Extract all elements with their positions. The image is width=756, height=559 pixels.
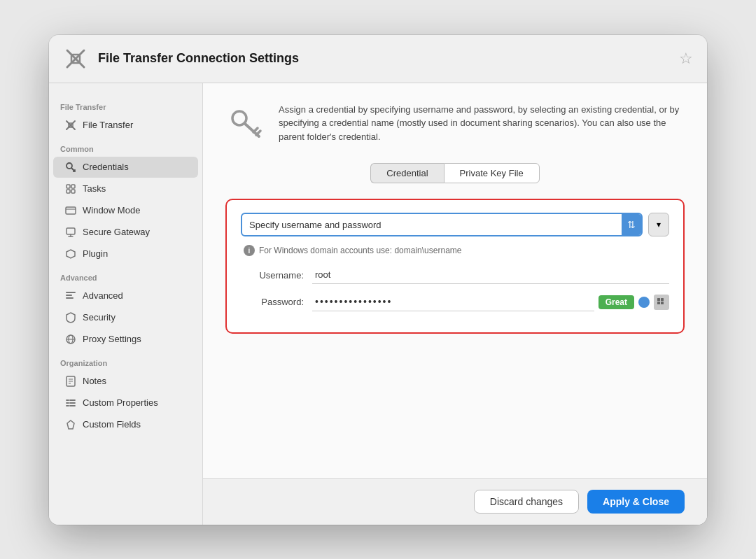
main-window: File Transfer Connection Settings ☆ File…: [49, 35, 707, 525]
security-icon: [64, 311, 77, 324]
custom-fields-icon: [64, 418, 77, 431]
svg-rect-13: [66, 207, 76, 214]
sidebar-item-credentials[interactable]: Credentials: [53, 157, 198, 178]
proxy-icon: [64, 333, 77, 346]
svg-rect-39: [661, 298, 664, 301]
description-text: Assign a credential by specifying userna…: [279, 103, 685, 144]
content-area: File Transfer File Transfer Common: [49, 83, 707, 525]
custom-properties-icon: [64, 397, 77, 409]
window-mode-label: Window Mode: [83, 205, 140, 215]
sidebar-section-common: Common: [49, 136, 202, 156]
sidebar-item-plugin[interactable]: Plugin: [53, 243, 198, 264]
sidebar-item-file-transfer[interactable]: File Transfer: [53, 115, 198, 136]
svg-rect-41: [661, 302, 664, 304]
svg-rect-15: [66, 228, 75, 234]
svg-rect-11: [66, 190, 70, 193]
select-row: Specify username and password ⇅ ▾: [241, 213, 669, 236]
password-dot-indicator: [638, 297, 650, 308]
credential-key-icon: [225, 103, 265, 142]
username-label: Username:: [241, 270, 304, 281]
notes-icon: [64, 375, 77, 388]
plugin-icon: [64, 248, 77, 260]
proxy-settings-label: Proxy Settings: [83, 334, 141, 344]
plugin-label: Plugin: [83, 248, 108, 259]
password-input-group: Great: [312, 292, 669, 311]
select-spinner-icon: ⇅: [622, 214, 641, 235]
credential-box: Specify username and password ⇅ ▾ i For …: [225, 199, 685, 334]
svg-rect-10: [71, 185, 75, 188]
sidebar-item-security[interactable]: Security: [53, 307, 198, 328]
sidebar-item-proxy-settings[interactable]: Proxy Settings: [53, 329, 198, 350]
sidebar-section-file-transfer: File Transfer: [49, 94, 202, 114]
advanced-label: Advanced: [83, 290, 123, 301]
window-title: File Transfer Connection Settings: [98, 51, 669, 66]
password-grid-icon[interactable]: [654, 295, 669, 310]
sidebar-item-notes[interactable]: Notes: [53, 371, 198, 392]
discard-changes-button[interactable]: Discard changes: [474, 490, 579, 514]
tab-private-key-file[interactable]: Private Key File: [444, 163, 540, 183]
sidebar-item-custom-fields[interactable]: Custom Fields: [53, 414, 198, 435]
svg-line-37: [256, 131, 260, 135]
password-label: Password:: [241, 297, 304, 307]
main-panel: Assign a credential by specifying userna…: [203, 83, 707, 525]
security-label: Security: [83, 312, 115, 323]
info-row: i For Windows domain accounts use: domai…: [241, 245, 669, 256]
file-transfer-icon: [64, 119, 77, 132]
notes-label: Notes: [83, 376, 106, 386]
svg-rect-9: [66, 185, 70, 188]
secure-gateway-label: Secure Gateway: [83, 227, 150, 237]
sidebar-item-custom-properties[interactable]: Custom Properties: [53, 392, 198, 413]
titlebar: File Transfer Connection Settings ☆: [49, 35, 707, 83]
info-text: For Windows domain accounts use: domain\…: [259, 246, 461, 255]
advanced-icon: [64, 290, 77, 302]
tasks-icon: [64, 183, 77, 195]
tab-credential[interactable]: Credential: [370, 163, 443, 183]
app-icon: [63, 46, 88, 71]
sidebar-item-advanced[interactable]: Advanced: [53, 285, 198, 306]
svg-rect-12: [71, 190, 75, 193]
credentials-icon: [64, 161, 77, 174]
favorite-star-icon[interactable]: ☆: [679, 50, 693, 68]
svg-line-8: [74, 170, 75, 171]
tabs-row: Credential Private Key File: [225, 163, 685, 183]
credentials-label: Credentials: [83, 162, 129, 172]
password-row: Password: Great: [241, 292, 669, 311]
footer: Discard changes Apply & Close: [203, 478, 707, 525]
custom-properties-label: Custom Properties: [83, 397, 158, 408]
svg-rect-38: [657, 298, 660, 301]
password-strength-badge: Great: [598, 295, 634, 309]
sidebar-item-window-mode[interactable]: Window Mode: [53, 200, 198, 221]
sidebar-section-organization: Organization: [49, 351, 202, 370]
sidebar: File Transfer File Transfer Common: [49, 83, 203, 525]
sidebar-section-advanced: Advanced: [49, 265, 202, 285]
window-mode-icon: [64, 204, 77, 217]
apply-close-button[interactable]: Apply & Close: [587, 490, 685, 514]
info-icon: i: [244, 245, 255, 256]
select-chevron-icon[interactable]: ▾: [648, 213, 669, 236]
username-input[interactable]: [312, 266, 669, 284]
svg-line-36: [253, 128, 258, 132]
username-row: Username:: [241, 266, 669, 284]
tasks-label: Tasks: [83, 183, 106, 194]
secure-gateway-icon: [64, 226, 77, 239]
panel-content: Assign a credential by specifying userna…: [203, 83, 707, 478]
credential-type-select-control[interactable]: Specify username and password ⇅: [241, 213, 643, 236]
description-area: Assign a credential by specifying userna…: [225, 103, 685, 144]
file-transfer-label: File Transfer: [83, 120, 133, 130]
sidebar-item-tasks[interactable]: Tasks: [53, 178, 198, 199]
svg-rect-40: [657, 302, 660, 304]
credential-type-select[interactable]: Specify username and password: [242, 215, 622, 235]
custom-fields-label: Custom Fields: [83, 419, 141, 430]
password-input[interactable]: [312, 292, 594, 311]
sidebar-item-secure-gateway[interactable]: Secure Gateway: [53, 222, 198, 243]
